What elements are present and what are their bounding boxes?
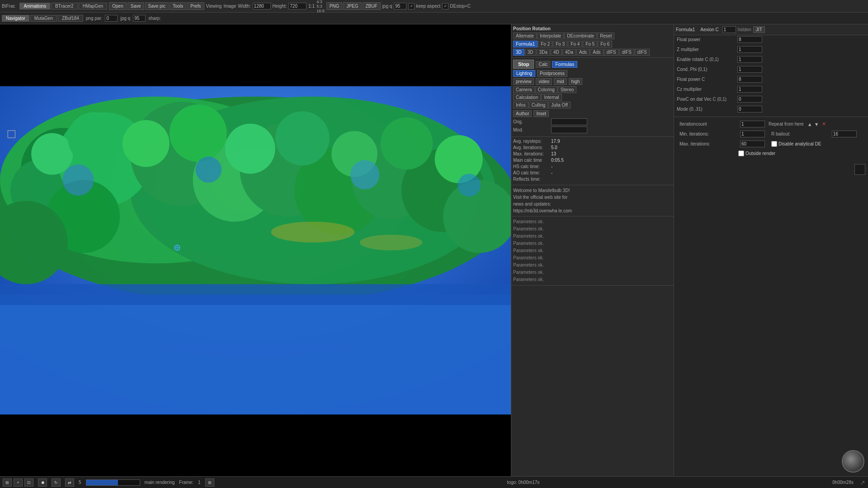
width-input[interactable] [253, 3, 271, 9]
small-box-btn[interactable] [854, 164, 865, 175]
png-btn[interactable]: PNG [326, 2, 343, 10]
param-input-3[interactable] [737, 66, 762, 73]
dim-tab-3d[interactable]: 3D [513, 49, 524, 56]
mod-input[interactable] [551, 127, 587, 133]
canvas-area[interactable] [0, 24, 511, 476]
record-icon[interactable]: ⏺ [38, 479, 47, 487]
tab-reset[interactable]: Reset [597, 33, 614, 39]
tab-interpolate[interactable]: Interpolate [537, 33, 564, 39]
formula-tab-6[interactable]: Fo 6 [598, 41, 612, 47]
param-input-4[interactable] [737, 76, 762, 83]
preview-btn[interactable]: preview [513, 78, 534, 85]
png-par-input[interactable] [105, 15, 118, 22]
tab-btracer2[interactable]: BTracer2 [51, 3, 78, 9]
avg-iterations-value: 5.0 [551, 145, 557, 150]
disable-analytical-de-checkbox[interactable] [771, 141, 777, 147]
formula-tab-5[interactable]: Fo 5 [583, 41, 597, 47]
frame-nav-icon[interactable]: ⊞ [205, 479, 214, 487]
avg-iterations-label: Avg. iterations: [513, 145, 549, 150]
min-iterations-input[interactable] [740, 131, 765, 137]
dim-tab-difs3[interactable]: dIFS [635, 49, 650, 56]
down-arrow-icon[interactable]: ▼ [814, 122, 819, 127]
up-arrow-icon[interactable]: ▲ [807, 122, 812, 127]
ao-calc-value: - [551, 170, 552, 175]
jpg-q2-input[interactable] [133, 15, 146, 22]
tab-alternate[interactable]: Alternate [513, 33, 537, 39]
param-input-1[interactable] [737, 46, 762, 53]
param-row-2: Enable rotate C (0,1) [674, 55, 868, 64]
dim-tab-difs1[interactable]: dIFS [604, 49, 619, 56]
dim-tab-4d[interactable]: 4D [551, 49, 562, 56]
open-btn[interactable]: Open [109, 2, 126, 10]
frame-value: 1 [198, 480, 201, 485]
control-section: Stop Calc Formulas Lighting Postprocess … [511, 58, 674, 137]
param-input-6[interactable] [737, 96, 762, 103]
dim-tab-ads1[interactable]: Ads [576, 49, 590, 56]
param-input-2[interactable] [737, 56, 762, 63]
height-input[interactable] [288, 3, 307, 9]
coloring-tab[interactable]: Coloring [535, 86, 557, 93]
tab-decombinate[interactable]: DEcombinate [564, 33, 597, 39]
jpg-q-input[interactable] [394, 3, 406, 9]
param-input-5[interactable] [737, 86, 762, 93]
culling-tab[interactable]: Culling [529, 102, 548, 108]
formula-tab-3[interactable]: Fo 3 [553, 41, 567, 47]
dim-tab-3d2[interactable]: 3D [525, 49, 536, 56]
mid-btn[interactable]: mid [554, 78, 566, 85]
nav-tab-mutagen[interactable]: MutaGen [30, 15, 57, 22]
r-bailout-input[interactable] [832, 131, 857, 137]
swap-icon[interactable]: ⇄ [65, 479, 74, 487]
avatar-globe[interactable] [842, 450, 864, 473]
max-iterations-input[interactable] [740, 141, 765, 147]
param-input-0[interactable] [737, 36, 762, 43]
add-icon[interactable]: + [14, 479, 23, 487]
formula-tab-4[interactable]: Fo 4 [568, 41, 582, 47]
lighting-btn[interactable]: Lighting [513, 70, 535, 77]
video-btn[interactable]: video [536, 78, 552, 85]
save-pic-btn[interactable]: Save pic [145, 2, 169, 10]
formula-tab-1[interactable]: Formula1 [513, 41, 538, 47]
outside-render-checkbox[interactable] [738, 150, 744, 156]
orig-input[interactable] [551, 118, 587, 125]
param-row-3: Cond. Phi (0,1) [674, 65, 868, 74]
formulas-btn[interactable]: Formulas [552, 61, 577, 68]
step-icon[interactable]: ↻ [52, 479, 61, 487]
tools-btn[interactable]: Tools [170, 2, 186, 10]
nav-tab-zbuf[interactable]: ZBuf184 [58, 15, 83, 22]
author-btn[interactable]: Author [513, 110, 532, 117]
dim-tab-3da[interactable]: 3Da [537, 49, 550, 56]
jpeg-btn[interactable]: JPEG [343, 2, 361, 10]
dim-tab-4da[interactable]: 4Da [562, 49, 576, 56]
camera-tab[interactable]: Camera [513, 86, 535, 93]
iterationcount-input[interactable] [740, 121, 765, 127]
nav-tabs: Navigator MutaGen ZBuf184 [2, 15, 83, 22]
high-btn[interactable]: high [569, 78, 583, 85]
layout-icon[interactable]: ⊞ [3, 479, 12, 487]
calc-btn[interactable]: Calc [536, 61, 550, 68]
stop-btn[interactable]: Stop [513, 60, 534, 69]
param-input-7[interactable] [737, 106, 762, 113]
nav-tab-navigator[interactable]: Navigator [2, 15, 29, 22]
close-icon[interactable]: ✕ [822, 121, 826, 127]
calculation-tab[interactable]: Calculation [513, 94, 541, 101]
stereo-tab[interactable]: Stereo [558, 86, 576, 93]
keep-aspect-box[interactable]: ✓ [408, 3, 415, 9]
tab-animations[interactable]: Animations [19, 3, 50, 9]
postprocess-btn[interactable]: Postprocess [537, 70, 567, 77]
save-btn[interactable]: Save [127, 2, 144, 10]
iteration-count-input[interactable] [722, 26, 736, 33]
internal-tab[interactable]: Internal [541, 94, 561, 101]
tab-hmapgen[interactable]: HMapGen [79, 3, 108, 9]
destop-box[interactable]: ✓ [442, 3, 448, 9]
nav-icon[interactable]: ⊡ [24, 479, 33, 487]
julia-tab[interactable]: Julia Off [548, 102, 571, 108]
inset-btn[interactable]: Inset [533, 110, 549, 117]
r-bailout-label: R bailout: [771, 131, 830, 136]
infos-tab[interactable]: Infos [513, 102, 528, 108]
dim-tab-difs2[interactable]: dIFS [619, 49, 634, 56]
prefs-btn[interactable]: Prefs [187, 2, 204, 10]
jit-btn[interactable]: JIT [753, 26, 765, 33]
dim-tab-ads2[interactable]: Ads [590, 49, 603, 56]
zbuf-btn[interactable]: ZBUF [363, 2, 381, 10]
formula-tab-2[interactable]: Fo 2 [538, 41, 552, 47]
